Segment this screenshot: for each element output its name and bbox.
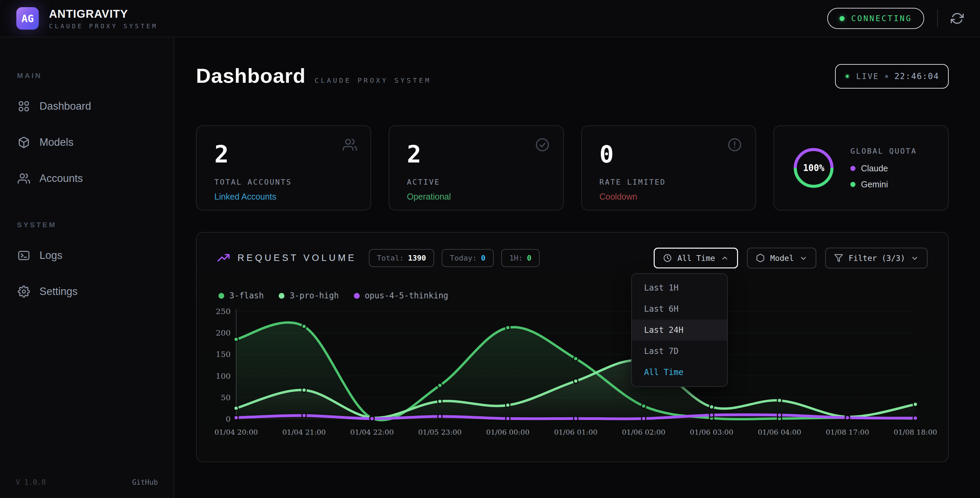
svg-text:200: 200 <box>216 328 231 337</box>
live-status-badge: LIVE 22:46:04 <box>835 64 949 89</box>
funnel-icon <box>834 254 843 263</box>
quota-percent: 100% <box>792 146 835 190</box>
stat-card-global-quota: 100% GLOBAL QUOTA Claude Gemini <box>773 125 949 211</box>
filter-button-label: Filter (3/3) <box>849 254 905 263</box>
brand-block: ANTIGRAVITY CLAUDE PROXY SYSTEM <box>49 8 158 30</box>
legend-item-opus-4-5-thinking: opus-4-5-thinking <box>354 291 449 300</box>
check-circle-icon <box>535 137 550 152</box>
sidebar-item-label: Accounts <box>40 172 83 185</box>
clock-icon <box>663 254 672 263</box>
svg-text:01/06 03:00: 01/06 03:00 <box>690 428 733 436</box>
chart-legend: 3-flash 3-pro-high opus-4-5-thinking <box>218 291 928 300</box>
dropdown-item-last-7d[interactable]: Last 7D <box>632 341 727 362</box>
series-dot-icon <box>279 293 285 299</box>
sidebar-item-models[interactable]: Models <box>16 131 158 153</box>
stat-value: 0 <box>600 142 738 166</box>
alert-circle-icon <box>727 137 742 152</box>
chevron-down-icon <box>911 254 919 262</box>
quota-legend-label: Gemini <box>861 179 888 189</box>
sidebar-item-label: Dashboard <box>40 100 91 112</box>
svg-text:01/05 23:00: 01/05 23:00 <box>418 428 462 436</box>
grid-icon <box>18 100 30 112</box>
legend-label: 3-flash <box>229 291 264 300</box>
svg-text:50: 50 <box>221 393 231 402</box>
chip-value: 0 <box>481 254 485 262</box>
series-dot-icon <box>354 293 360 299</box>
terminal-icon <box>18 249 30 262</box>
dropdown-item-last-6h[interactable]: Last 6H <box>632 298 727 319</box>
chip-1h: 1H: 0 <box>501 249 540 267</box>
sidebar-item-settings[interactable]: Settings <box>16 281 158 302</box>
cube-icon <box>18 136 30 148</box>
svg-text:01/04 22:00: 01/04 22:00 <box>350 428 394 436</box>
svg-text:250: 250 <box>216 307 231 316</box>
page-title: Dashboard <box>196 64 305 88</box>
sidebar-item-dashboard[interactable]: Dashboard <box>16 96 158 117</box>
stat-card-rate-limited: 0 RATE LIMITED Cooldown <box>581 125 756 211</box>
stat-value: 2 <box>407 142 546 166</box>
sidebar-item-logs[interactable]: Logs <box>16 244 158 267</box>
filter-button[interactable]: Filter (3/3) <box>825 247 928 268</box>
stats-row: 2 TOTAL ACCOUNTS Linked Accounts 2 ACTIV… <box>196 125 949 211</box>
sidebar-item-label: Settings <box>40 286 78 298</box>
live-dot-icon <box>845 73 850 79</box>
svg-text:01/04 20:00: 01/04 20:00 <box>215 428 258 436</box>
stat-card-active: 2 ACTIVE Operational <box>388 125 564 211</box>
quota-legend-label: Claude <box>861 163 888 173</box>
dropdown-item-last-24h[interactable]: Last 24H <box>632 319 727 341</box>
chip-value: 1390 <box>408 254 426 262</box>
svg-text:01/06 02:00: 01/06 02:00 <box>622 428 666 436</box>
svg-text:150: 150 <box>216 350 231 359</box>
request-volume-card: REQUEST VOLUME Total: 1390 Today: 0 1H: … <box>196 232 949 462</box>
sidebar-section-main: MAIN <box>17 72 158 80</box>
page-header: Dashboard CLAUDE PROXY SYSTEM LIVE 22:46… <box>196 64 949 89</box>
legend-item-3-flash: 3-flash <box>218 291 264 300</box>
sidebar-item-accounts[interactable]: Accounts <box>16 168 158 189</box>
chip-total: Total: 1390 <box>369 249 434 267</box>
svg-text:01/04 21:00: 01/04 21:00 <box>282 428 326 436</box>
live-label: LIVE <box>856 72 879 81</box>
separator-dot-icon <box>885 75 888 78</box>
time-range-label: All Time <box>678 254 715 263</box>
stat-card-total-accounts: 2 TOTAL ACCOUNTS Linked Accounts <box>196 125 371 211</box>
refresh-icon[interactable] <box>951 12 964 25</box>
dropdown-item-all-time[interactable]: All Time <box>632 362 727 383</box>
model-filter-button[interactable]: Model <box>747 247 816 268</box>
sidebar-section-system: SYSTEM <box>17 221 158 229</box>
connection-status-badge: CONNECTING <box>827 8 924 29</box>
chart-header: REQUEST VOLUME Total: 1390 Today: 0 1H: … <box>217 247 928 268</box>
dropdown-item-last-1h[interactable]: Last 1H <box>632 277 727 298</box>
svg-text:01/06 01:00: 01/06 01:00 <box>554 428 598 436</box>
topbar-divider <box>937 10 938 27</box>
topbar: AG ANTIGRAVITY CLAUDE PROXY SYSTEM CONNE… <box>0 0 980 37</box>
svg-text:01/08 18:00: 01/08 18:00 <box>894 428 937 436</box>
chevron-down-icon <box>799 254 808 262</box>
time-range-dropdown: Last 1H Last 6H Last 24H Last 7D All Tim… <box>631 273 728 387</box>
time-range-button[interactable]: All Time <box>654 247 738 268</box>
live-clock: 22:46:04 <box>894 72 939 81</box>
github-link[interactable]: GitHub <box>132 478 158 487</box>
app-subtitle: CLAUDE PROXY SYSTEM <box>49 22 158 30</box>
quota-legend-gemini: Gemini <box>850 179 917 189</box>
sidebar-item-label: Logs <box>40 249 62 262</box>
chip-label: 1H: <box>509 254 523 262</box>
page-subtitle: CLAUDE PROXY SYSTEM <box>314 76 431 85</box>
main-content: Dashboard CLAUDE PROXY SYSTEM LIVE 22:46… <box>174 37 980 498</box>
stat-label: ACTIVE <box>407 178 546 186</box>
chip-value: 0 <box>527 254 531 262</box>
quota-donut: 100% <box>792 146 835 190</box>
svg-text:01/06 00:00: 01/06 00:00 <box>486 428 530 436</box>
svg-text:0: 0 <box>226 415 231 423</box>
legend-label: 3-pro-high <box>290 291 339 300</box>
app-version: V 1.0.0 <box>16 478 46 487</box>
svg-text:100: 100 <box>216 372 231 380</box>
stat-value: 2 <box>215 142 353 166</box>
trending-up-icon <box>217 252 230 265</box>
quota-legend-claude: Claude <box>850 163 917 173</box>
model-button-label: Model <box>770 254 794 263</box>
gear-icon <box>18 286 30 298</box>
claude-dot-icon <box>850 166 856 171</box>
cube-icon <box>756 254 765 263</box>
status-text: CONNECTING <box>851 14 912 23</box>
chart-title: REQUEST VOLUME <box>237 253 356 263</box>
